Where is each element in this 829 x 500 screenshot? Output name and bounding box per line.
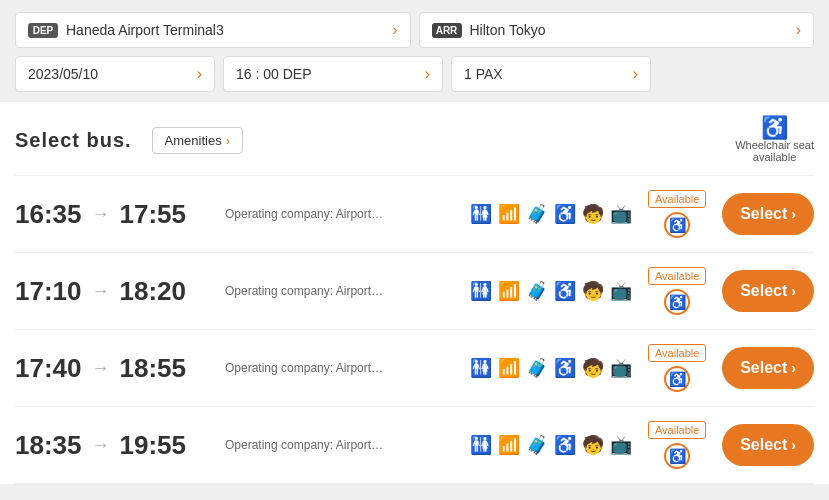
bus-list: 16:35 → 17:55 Operating company: Airport… <box>15 175 814 484</box>
availability-section: Available ♿ <box>642 267 712 315</box>
arrival-box[interactable]: ARR Hilton Tokyo › <box>419 12 815 48</box>
time-section: 18:35 → 19:55 <box>15 430 215 461</box>
wheelchair-icon: ♿ <box>554 357 576 379</box>
departure-time: 16:35 <box>15 199 82 230</box>
child-icon: 🧒 <box>582 434 604 456</box>
header-section: DEP Haneda Airport Terminal3 › ARR Hilto… <box>0 0 829 102</box>
dep-badge: DEP <box>28 23 58 38</box>
wifi-icon: 📶 <box>498 203 520 225</box>
select-label: Select <box>740 436 787 454</box>
time-arrow-icon: → <box>92 281 110 302</box>
time-arrow-icon: → <box>92 435 110 456</box>
pax-value: 1 PAX <box>464 66 633 82</box>
wifi-icon: 📶 <box>498 357 520 379</box>
time-section: 17:10 → 18:20 <box>15 276 215 307</box>
select-label: Select <box>740 359 787 377</box>
select-button[interactable]: Select › <box>722 270 814 312</box>
time-selector[interactable]: 16 : 00 DEP › <box>223 56 443 92</box>
amenity-icons: 🚻 📶 🧳 ♿ 🧒 📺 <box>470 203 632 225</box>
time-value: 16 : 00 DEP <box>236 66 425 82</box>
bus-row: 17:40 → 18:55 Operating company: Airport… <box>15 330 814 407</box>
amenity-icons: 🚻 📶 🧳 ♿ 🧒 📺 <box>470 280 632 302</box>
amenities-arrow-icon: › <box>226 133 230 148</box>
arr-badge: ARR <box>432 23 462 38</box>
wheelchair-legend-icon: ♿ <box>735 117 814 139</box>
arrival-name: Hilton Tokyo <box>470 22 796 38</box>
restroom-icon: 🚻 <box>470 203 492 225</box>
wheelchair-icon: ♿ <box>554 280 576 302</box>
amenity-icons: 🚻 📶 🧳 ♿ 🧒 📺 <box>470 357 632 379</box>
amenities-button[interactable]: Amenities › <box>152 127 243 154</box>
wheelchair-icon: ♿ <box>554 203 576 225</box>
bus-row: 18:35 → 19:55 Operating company: Airport… <box>15 407 814 484</box>
screen-icon: 📺 <box>610 203 632 225</box>
wifi-icon: 📶 <box>498 280 520 302</box>
time-section: 17:40 → 18:55 <box>15 353 215 384</box>
wheelchair-legend: ♿ Wheelchair seatavailable <box>735 117 814 163</box>
luggage-icon: 🧳 <box>526 280 548 302</box>
time-section: 16:35 → 17:55 <box>15 199 215 230</box>
departure-time: 17:10 <box>15 276 82 307</box>
available-badge: Available <box>648 267 706 285</box>
select-label: Select <box>740 282 787 300</box>
company-name: Operating company: Airport… <box>225 284 460 298</box>
select-arrow-icon: › <box>791 283 796 299</box>
date-selector[interactable]: 2023/05/10 › <box>15 56 215 92</box>
wheelchair-legend-text: Wheelchair seatavailable <box>735 139 814 163</box>
wheelchair-seat-indicator: ♿ <box>664 366 690 392</box>
departure-time: 18:35 <box>15 430 82 461</box>
child-icon: 🧒 <box>582 203 604 225</box>
select-button[interactable]: Select › <box>722 193 814 235</box>
screen-icon: 📺 <box>610 434 632 456</box>
available-badge: Available <box>648 421 706 439</box>
options-row: 2023/05/10 › 16 : 00 DEP › 1 PAX › <box>15 56 814 92</box>
departure-name: Haneda Airport Terminal3 <box>66 22 392 38</box>
arrival-arrow-icon: › <box>796 21 801 39</box>
select-arrow-icon: › <box>791 206 796 222</box>
availability-section: Available ♿ <box>642 344 712 392</box>
available-badge: Available <box>648 344 706 362</box>
company-name: Operating company: Airport… <box>225 361 460 375</box>
luggage-icon: 🧳 <box>526 357 548 379</box>
select-arrow-icon: › <box>791 437 796 453</box>
wheelchair-icon: ♿ <box>554 434 576 456</box>
availability-section: Available ♿ <box>642 421 712 469</box>
time-arrow-icon: → <box>92 204 110 225</box>
select-label: Select <box>740 205 787 223</box>
departure-time: 17:40 <box>15 353 82 384</box>
departure-arrow-icon: › <box>392 21 397 39</box>
amenities-label: Amenities <box>165 133 222 148</box>
time-arrow-icon: › <box>425 65 430 83</box>
child-icon: 🧒 <box>582 280 604 302</box>
wheelchair-seat-indicator: ♿ <box>664 443 690 469</box>
child-icon: 🧒 <box>582 357 604 379</box>
arrival-time: 19:55 <box>120 430 187 461</box>
wheelchair-seat-indicator: ♿ <box>664 289 690 315</box>
bus-row: 16:35 → 17:55 Operating company: Airport… <box>15 176 814 253</box>
screen-icon: 📺 <box>610 280 632 302</box>
restroom-icon: 🚻 <box>470 357 492 379</box>
date-arrow-icon: › <box>197 65 202 83</box>
bus-row: 17:10 → 18:20 Operating company: Airport… <box>15 253 814 330</box>
wheelchair-seat-indicator: ♿ <box>664 212 690 238</box>
availability-section: Available ♿ <box>642 190 712 238</box>
screen-icon: 📺 <box>610 357 632 379</box>
luggage-icon: 🧳 <box>526 434 548 456</box>
amenity-icons: 🚻 📶 🧳 ♿ 🧒 📺 <box>470 434 632 456</box>
restroom-icon: 🚻 <box>470 434 492 456</box>
arrival-time: 17:55 <box>120 199 187 230</box>
available-badge: Available <box>648 190 706 208</box>
pax-arrow-icon: › <box>633 65 638 83</box>
select-button[interactable]: Select › <box>722 424 814 466</box>
page-title: Select bus. <box>15 129 132 152</box>
main-content: Select bus. Amenities › ♿ Wheelchair sea… <box>0 102 829 484</box>
pax-selector[interactable]: 1 PAX › <box>451 56 651 92</box>
departure-box[interactable]: DEP Haneda Airport Terminal3 › <box>15 12 411 48</box>
select-button[interactable]: Select › <box>722 347 814 389</box>
restroom-icon: 🚻 <box>470 280 492 302</box>
luggage-icon: 🧳 <box>526 203 548 225</box>
select-bus-header: Select bus. Amenities › ♿ Wheelchair sea… <box>15 117 814 163</box>
arrival-time: 18:55 <box>120 353 187 384</box>
company-name: Operating company: Airport… <box>225 207 460 221</box>
select-arrow-icon: › <box>791 360 796 376</box>
